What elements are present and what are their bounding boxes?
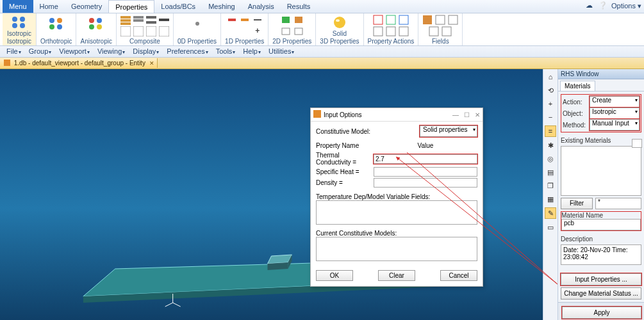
composite-icon-5[interactable] [120, 26, 131, 36]
dialog-prop-specific-heat-input[interactable] [374, 167, 477, 177]
vt-target-icon[interactable]: ◎ [545, 154, 556, 164]
composite-icon-2[interactable] [133, 15, 144, 25]
rhs-action-select[interactable]: Create [590, 96, 640, 108]
1d-icon-3[interactable] [252, 15, 263, 25]
pa-icon-1[interactable] [373, 15, 383, 25]
ribbon-group-fields[interactable]: Fields [418, 13, 463, 45]
vt-layers-icon[interactable]: ▤ [545, 167, 556, 177]
vt-equal-icon[interactable]: = [545, 125, 556, 137]
document-tab[interactable]: 1.db - default_viewport - default_group … [0, 58, 158, 68]
help-icon[interactable]: ❔ [599, 1, 607, 10]
ribbon-group-0d[interactable]: 0D Properties [174, 13, 221, 45]
dialog-prop-thermal-cond-input[interactable] [374, 154, 477, 164]
fields-icon-3[interactable] [448, 15, 458, 25]
vt-minus-icon[interactable]: − [545, 112, 556, 122]
1d-icon-1[interactable] [227, 15, 237, 25]
menu2-viewing[interactable]: Viewing [94, 46, 129, 57]
2d-icon-3[interactable] [281, 26, 291, 36]
ribbon-group-orthotropic[interactable]: Orthotropic [37, 13, 76, 45]
dialog-titlebar[interactable]: Input Options — ☐ ✕ [311, 108, 483, 122]
dialog-temp-dep-textarea[interactable] [316, 200, 477, 225]
menu-analysis[interactable]: Analysis [242, 0, 281, 13]
vt-pencil-icon[interactable]: ✎ [545, 207, 556, 219]
fields-icon-4[interactable] [429, 26, 439, 36]
composite-icon-1[interactable] [120, 15, 131, 25]
dialog-clear-button[interactable]: Clear [378, 270, 415, 281]
menu2-tools[interactable]: Tools [212, 46, 240, 57]
pa-icon-3[interactable] [399, 15, 409, 25]
pa-icon-4[interactable] [373, 26, 383, 36]
ribbon-group-isotropic[interactable]: Isotropic Isotropic [3, 13, 37, 45]
menu-home[interactable]: Home [33, 0, 65, 13]
ribbon-group-property-actions[interactable]: Property Actions [364, 13, 419, 45]
svg-rect-29 [242, 26, 252, 36]
vt-grid-icon[interactable]: ▦ [545, 194, 556, 204]
vt-rotate-icon[interactable]: ⟲ [545, 85, 556, 95]
rhs-input-properties-button[interactable]: Input Properties ... [561, 273, 641, 285]
rhs-object-select[interactable]: Isotropic [590, 108, 640, 119]
menu2-display[interactable]: Display [129, 46, 163, 57]
vt-plus-icon[interactable]: + [545, 99, 556, 109]
ribbon-group-3d[interactable]: Solid 3D Properties [316, 13, 363, 45]
dialog-prop-density-input[interactable] [374, 178, 477, 188]
menu2-utilities[interactable]: Utilities [265, 46, 298, 57]
2d-icon-2[interactable] [293, 15, 304, 25]
2d-icon-4[interactable] [293, 26, 304, 36]
composite-icon-3[interactable] [146, 15, 156, 25]
fields-icon-1[interactable] [422, 15, 433, 25]
ribbon-group-composite[interactable]: Composite [117, 13, 174, 45]
menu2-file[interactable]: File [3, 46, 25, 57]
rhs-desc-input[interactable]: Date: 20-Nov-20 Time: 23:08:42 [561, 244, 641, 265]
fields-icon-2[interactable] [435, 15, 445, 25]
dialog-const-model-select[interactable]: Solid properties [420, 125, 477, 137]
rhs-list-options-icon[interactable] [632, 139, 642, 148]
2d-icon-1[interactable] [281, 15, 291, 25]
rhs-filter-button[interactable]: Filter [561, 198, 593, 209]
composite-icon-8[interactable] [159, 26, 169, 36]
pa-icon-6[interactable] [399, 26, 409, 36]
vt-pin-icon[interactable]: ✱ [545, 140, 556, 150]
rhs-change-status-button[interactable]: Change Material Status ... [561, 287, 641, 300]
rhs-tab-materials[interactable]: Materials [560, 81, 595, 91]
composite-icon-4[interactable] [159, 15, 169, 25]
menu2-group[interactable]: Group [25, 46, 56, 57]
dialog-ok-button[interactable]: OK [316, 270, 353, 281]
menu2-help[interactable]: Help [239, 46, 265, 57]
rhs-apply-button[interactable]: Apply [562, 307, 641, 319]
dialog-maximize-icon[interactable]: ☐ [464, 111, 470, 118]
fields-icon-5[interactable] [442, 26, 452, 36]
1d-icon-4[interactable] [229, 26, 240, 36]
dialog-close-icon[interactable]: ✕ [475, 111, 480, 118]
1d-plus-icon[interactable]: + [255, 26, 260, 36]
menu-loads-bcs[interactable]: Loads/BCs [154, 0, 202, 13]
dialog-minimize-icon[interactable]: — [452, 111, 459, 118]
1d-icon-5[interactable] [242, 26, 252, 36]
pa-icon-2[interactable] [386, 15, 396, 25]
rhs-matname-input[interactable]: pcb [561, 219, 641, 230]
menu2-preferences[interactable]: Preferences [163, 46, 211, 57]
vt-home-icon[interactable]: ⌂ [545, 72, 556, 82]
pa-icon-5[interactable] [386, 26, 396, 36]
ribbon-group-2d[interactable]: 2D Properties [268, 13, 316, 45]
vt-copy-icon[interactable]: ❐ [545, 180, 556, 191]
options-dropdown[interactable]: Options ▾ [611, 2, 641, 10]
ribbon-group-1d[interactable]: + 1D Properties [221, 13, 268, 45]
ribbon-group-anisotropic[interactable]: Anisotropic [76, 13, 116, 45]
rhs-filter-input[interactable]: * [595, 198, 641, 209]
1d-icon-2[interactable] [240, 15, 250, 25]
menu2-viewport[interactable]: Viewport [55, 46, 94, 57]
cloud-icon[interactable]: ☁ [586, 1, 595, 10]
menu-geometry[interactable]: Geometry [65, 0, 108, 13]
composite-icon-6[interactable] [133, 26, 144, 36]
menu-properties[interactable]: Properties [108, 0, 154, 13]
rhs-existing-list[interactable] [561, 146, 641, 196]
dialog-curr-models-textarea[interactable] [316, 237, 477, 261]
menu-results[interactable]: Results [281, 0, 317, 13]
menu-main-button[interactable]: Menu [3, 0, 33, 13]
rhs-method-select[interactable]: Manual Input [590, 119, 640, 131]
tab-close-icon[interactable]: ✕ [149, 60, 154, 67]
menu-meshing[interactable]: Meshing [202, 0, 242, 13]
vt-rect-icon[interactable]: ▭ [545, 222, 556, 232]
composite-icon-7[interactable] [146, 26, 156, 36]
dialog-cancel-button[interactable]: Cancel [440, 270, 477, 281]
